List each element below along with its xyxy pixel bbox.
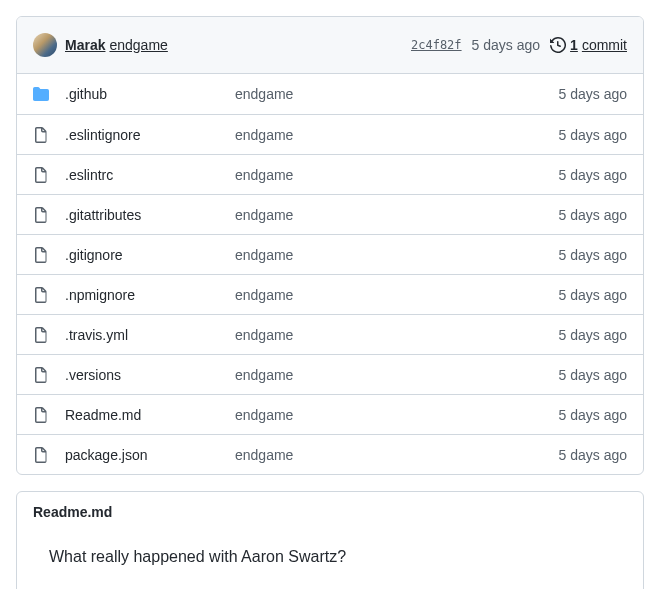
table-row: .githubendgame5 days ago: [17, 74, 643, 114]
commit-message-link[interactable]: endgame: [109, 37, 167, 53]
file-name-link[interactable]: .eslintrc: [65, 167, 113, 183]
file-commit-message-link[interactable]: endgame: [235, 287, 293, 303]
table-row: Readme.mdendgame5 days ago: [17, 394, 643, 434]
file-icon: [33, 407, 49, 423]
file-commit-message-link[interactable]: endgame: [235, 207, 293, 223]
file-name-link[interactable]: .github: [65, 86, 107, 102]
file-age: 5 days ago: [559, 327, 628, 343]
table-row: .eslintignoreendgame5 days ago: [17, 114, 643, 154]
table-row: .gitattributesendgame5 days ago: [17, 194, 643, 234]
file-age: 5 days ago: [559, 207, 628, 223]
commit-sha-link[interactable]: 2c4f82f: [411, 38, 462, 52]
file-commit-message-link[interactable]: endgame: [235, 167, 293, 183]
file-commit-message-link[interactable]: endgame: [235, 407, 293, 423]
commit-meta: 2c4f82f 5 days ago 1 commit: [411, 37, 627, 53]
commit-age: 5 days ago: [472, 37, 541, 53]
file-commit-message-link[interactable]: endgame: [235, 327, 293, 343]
commit-history-link[interactable]: 1 commit: [550, 37, 627, 53]
files-list: .githubendgame5 days ago.eslintignoreend…: [17, 74, 643, 474]
history-icon: [550, 37, 566, 53]
file-listing-box: Marak endgame 2c4f82f 5 days ago 1 commi…: [16, 16, 644, 475]
file-icon: [33, 367, 49, 383]
commits-count-number: 1: [570, 37, 578, 53]
file-name-link[interactable]: .gitignore: [65, 247, 123, 263]
table-row: .gitignoreendgame5 days ago: [17, 234, 643, 274]
commit-author-link[interactable]: Marak: [65, 37, 105, 53]
file-age: 5 days ago: [559, 86, 628, 102]
file-name-link[interactable]: .versions: [65, 367, 121, 383]
readme-box: Readme.md What really happened with Aaro…: [16, 491, 644, 589]
file-age: 5 days ago: [559, 447, 628, 463]
file-commit-message-link[interactable]: endgame: [235, 86, 293, 102]
readme-filename[interactable]: Readme.md: [17, 492, 643, 532]
file-name-link[interactable]: .gitattributes: [65, 207, 141, 223]
commits-count-label: commit: [582, 37, 627, 53]
file-age: 5 days ago: [559, 247, 628, 263]
file-icon: [33, 167, 49, 183]
file-age: 5 days ago: [559, 367, 628, 383]
file-name-link[interactable]: .travis.yml: [65, 327, 128, 343]
table-row: package.jsonendgame5 days ago: [17, 434, 643, 474]
file-name-link[interactable]: package.json: [65, 447, 148, 463]
avatar[interactable]: [33, 33, 57, 57]
file-icon: [33, 447, 49, 463]
file-name-link[interactable]: Readme.md: [65, 407, 141, 423]
file-icon: [33, 247, 49, 263]
file-age: 5 days ago: [559, 167, 628, 183]
file-icon: [33, 327, 49, 343]
file-name-link[interactable]: .npmignore: [65, 287, 135, 303]
file-icon: [33, 207, 49, 223]
file-commit-message-link[interactable]: endgame: [235, 447, 293, 463]
file-age: 5 days ago: [559, 287, 628, 303]
file-icon: [33, 287, 49, 303]
table-row: .versionsendgame5 days ago: [17, 354, 643, 394]
latest-commit-header: Marak endgame 2c4f82f 5 days ago 1 commi…: [17, 17, 643, 74]
file-commit-message-link[interactable]: endgame: [235, 367, 293, 383]
table-row: .eslintrcendgame5 days ago: [17, 154, 643, 194]
file-commit-message-link[interactable]: endgame: [235, 247, 293, 263]
file-commit-message-link[interactable]: endgame: [235, 127, 293, 143]
readme-content: What really happened with Aaron Swartz?: [17, 532, 643, 589]
table-row: .npmignoreendgame5 days ago: [17, 274, 643, 314]
file-name-link[interactable]: .eslintignore: [65, 127, 141, 143]
folder-icon: [33, 86, 49, 102]
file-age: 5 days ago: [559, 407, 628, 423]
file-age: 5 days ago: [559, 127, 628, 143]
file-icon: [33, 127, 49, 143]
table-row: .travis.ymlendgame5 days ago: [17, 314, 643, 354]
